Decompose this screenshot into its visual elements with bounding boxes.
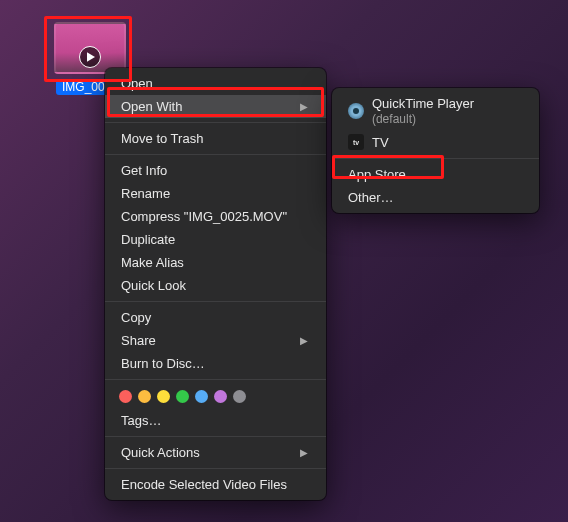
menu-label: Compress "IMG_0025.MOV"	[121, 209, 287, 224]
tags-row	[105, 384, 326, 409]
menu-rename[interactable]: Rename	[105, 182, 326, 205]
menu-label: Move to Trash	[121, 131, 203, 146]
menu-label: Open With	[121, 99, 182, 114]
menu-label: Quick Look	[121, 278, 186, 293]
menu-label: Share	[121, 333, 156, 348]
context-menu: Open Open With ▶ Move to Trash Get Info …	[105, 68, 326, 500]
tag-yellow[interactable]	[157, 390, 170, 403]
submenu-quicktime[interactable]: QuickTime Player (default)	[332, 92, 539, 130]
tv-icon: tv	[348, 134, 364, 150]
quicktime-icon	[348, 103, 364, 119]
chevron-right-icon: ▶	[300, 335, 308, 346]
open-with-submenu: QuickTime Player (default) tv TV App Sto…	[332, 88, 539, 213]
menu-label: Rename	[121, 186, 170, 201]
submenu-other[interactable]: Other…	[332, 186, 539, 209]
play-icon	[79, 46, 101, 68]
menu-open-with[interactable]: Open With ▶	[105, 95, 326, 118]
menu-label: Other…	[348, 190, 394, 205]
tag-orange[interactable]	[138, 390, 151, 403]
menu-make-alias[interactable]: Make Alias	[105, 251, 326, 274]
menu-label: Burn to Disc…	[121, 356, 205, 371]
menu-label: Get Info	[121, 163, 167, 178]
menu-label: Quick Actions	[121, 445, 200, 460]
menu-separator	[105, 154, 326, 155]
menu-quick-look[interactable]: Quick Look	[105, 274, 326, 297]
chevron-right-icon: ▶	[300, 101, 308, 112]
menu-label: Make Alias	[121, 255, 184, 270]
default-suffix: (default)	[372, 112, 416, 126]
tag-purple[interactable]	[214, 390, 227, 403]
tag-red[interactable]	[119, 390, 132, 403]
app-label: TV	[372, 135, 389, 150]
menu-separator	[105, 301, 326, 302]
menu-separator	[105, 122, 326, 123]
menu-separator	[332, 158, 539, 159]
submenu-tv[interactable]: tv TV	[332, 130, 539, 154]
menu-compress[interactable]: Compress "IMG_0025.MOV"	[105, 205, 326, 228]
menu-label: Copy	[121, 310, 151, 325]
menu-label: Encode Selected Video Files	[121, 477, 287, 492]
tag-blue[interactable]	[195, 390, 208, 403]
menu-separator	[105, 379, 326, 380]
menu-label: App Store…	[348, 167, 419, 182]
menu-encode-video[interactable]: Encode Selected Video Files	[105, 473, 326, 496]
menu-separator	[105, 436, 326, 437]
menu-separator	[105, 468, 326, 469]
menu-quick-actions[interactable]: Quick Actions ▶	[105, 441, 326, 464]
menu-get-info[interactable]: Get Info	[105, 159, 326, 182]
menu-label: Open	[121, 76, 153, 91]
menu-move-to-trash[interactable]: Move to Trash	[105, 127, 326, 150]
menu-copy[interactable]: Copy	[105, 306, 326, 329]
chevron-right-icon: ▶	[300, 447, 308, 458]
menu-tags[interactable]: Tags…	[105, 409, 326, 432]
menu-share[interactable]: Share ▶	[105, 329, 326, 352]
menu-burn-to-disc[interactable]: Burn to Disc…	[105, 352, 326, 375]
tag-green[interactable]	[176, 390, 189, 403]
menu-label: Duplicate	[121, 232, 175, 247]
tag-gray[interactable]	[233, 390, 246, 403]
menu-open[interactable]: Open	[105, 72, 326, 95]
menu-duplicate[interactable]: Duplicate	[105, 228, 326, 251]
menu-label: Tags…	[121, 413, 161, 428]
app-label: QuickTime Player	[372, 96, 474, 111]
submenu-app-store[interactable]: App Store…	[332, 163, 539, 186]
video-thumbnail	[54, 22, 126, 74]
